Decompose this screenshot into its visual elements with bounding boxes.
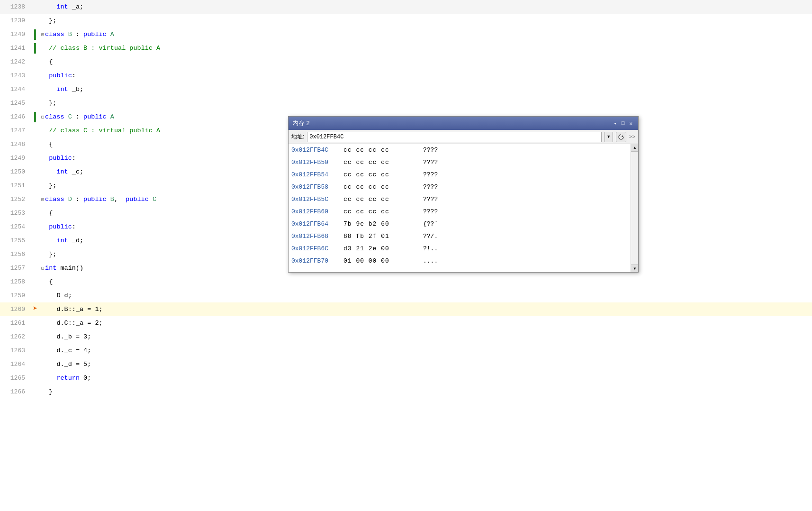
line-number: 1263 xyxy=(0,344,31,357)
mem-addr: 0x012FFB70 xyxy=(291,255,343,267)
memory-window: 内存 2 ▾ □ ✕ 地址: ▼ >> 0x012FFB4C cc cc cc … xyxy=(288,116,639,273)
code-content: d.B::_a = 1; xyxy=(39,302,812,316)
line-number: 1246 xyxy=(0,110,31,124)
code-content: { xyxy=(39,275,812,289)
mem-bytes: cc cc cc cc xyxy=(343,144,419,156)
code-line-1239: 1239 }; xyxy=(0,14,812,27)
addr-input[interactable] xyxy=(307,132,601,142)
code-line-1242: 1242 { xyxy=(0,55,812,69)
green-bar xyxy=(34,43,36,54)
scroll-up-arrow[interactable]: ▲ xyxy=(631,144,638,152)
code-line-1241: 1241 // class B : virtual public A xyxy=(0,41,812,55)
line-number: 1249 xyxy=(0,151,31,165)
code-line-1261: 1261 d.C::_a = 2; xyxy=(0,316,812,330)
code-content: return 0; xyxy=(39,371,812,385)
code-content: d._d = 5; xyxy=(39,357,812,371)
code-content: D d; xyxy=(39,289,812,302)
code-content: } xyxy=(39,385,812,399)
line-number: 1245 xyxy=(0,96,31,110)
line-number: 1256 xyxy=(0,247,31,261)
mem-addr: 0x012FFB64 xyxy=(291,218,343,230)
collapse-icon[interactable]: ⊟ xyxy=(41,197,44,202)
pin-button[interactable]: ▾ xyxy=(612,120,619,127)
mem-row: 0x012FFB50 cc cc cc cc ???? xyxy=(289,156,638,169)
code-content: }; xyxy=(39,96,812,110)
line-number: 1257 xyxy=(0,261,31,275)
scroll-down-arrow[interactable]: ▼ xyxy=(631,265,638,272)
expand-button[interactable]: >> xyxy=(629,134,635,140)
mem-bytes: cc cc cc cc xyxy=(343,169,419,181)
line-number: 1247 xyxy=(0,124,31,137)
code-content: }; xyxy=(39,14,812,27)
mem-row: 0x012FFB54 cc cc cc cc ???? xyxy=(289,169,638,181)
line-number: 1240 xyxy=(0,27,31,41)
code-line-1245: 1245 }; xyxy=(0,96,812,110)
mem-row: 0x012FFB4C cc cc cc cc ???? xyxy=(289,144,638,156)
scrollbar[interactable]: ▲ ▼ xyxy=(631,144,638,272)
line-number: 1252 xyxy=(0,192,31,206)
line-number: 1250 xyxy=(0,165,31,179)
addr-dropdown[interactable]: ▼ xyxy=(604,132,613,142)
refresh-button[interactable] xyxy=(616,132,626,142)
line-number: 1264 xyxy=(0,357,31,371)
close-button[interactable]: ✕ xyxy=(627,120,634,127)
code-line-1240: 1240 ⊟class B : public A xyxy=(0,27,812,41)
mem-bytes: 01 00 00 00 xyxy=(343,255,419,267)
code-line-1266: 1266 } xyxy=(0,385,812,399)
code-content: int _a; xyxy=(39,0,812,14)
line-number: 1262 xyxy=(0,330,31,344)
arrow-icon: ➤ xyxy=(33,302,37,316)
collapse-icon[interactable]: ⊟ xyxy=(41,115,44,120)
mem-chars: ???? xyxy=(419,181,438,193)
mem-addr: 0x012FFB54 xyxy=(291,169,343,181)
mem-chars: .... xyxy=(419,255,438,267)
code-line-1265: 1265 return 0; xyxy=(0,371,812,385)
mem-bytes: d3 21 2e 00 xyxy=(343,243,419,255)
line-number: 1255 xyxy=(0,234,31,247)
mem-row: 0x012FFB60 cc cc cc cc ???? xyxy=(289,206,638,218)
line-number: 1261 xyxy=(0,316,31,330)
line-number: 1241 xyxy=(0,41,31,55)
line-number: 1251 xyxy=(0,179,31,192)
code-content: d._b = 3; xyxy=(39,330,812,344)
line-marker: ➤ xyxy=(31,302,39,316)
mem-addr: 0x012FFB50 xyxy=(291,156,343,169)
collapse-icon[interactable]: ⊟ xyxy=(41,266,44,271)
line-number: 1258 xyxy=(0,275,31,289)
code-line-1259: 1259 D d; xyxy=(0,289,812,302)
green-bar xyxy=(34,29,36,40)
mem-chars: ??/. xyxy=(419,230,438,243)
line-number: 1239 xyxy=(0,14,31,27)
mem-chars: ???? xyxy=(419,156,438,169)
collapse-icon[interactable]: ⊟ xyxy=(41,32,44,37)
svg-marker-0 xyxy=(622,135,623,137)
mem-row: 0x012FFB68 88 fb 2f 01 ??/. xyxy=(289,230,638,243)
maximize-button[interactable]: □ xyxy=(620,120,627,127)
code-line-1243: 1243 public: xyxy=(0,69,812,82)
mem-row: 0x012FFB6C d3 21 2e 00 ?!.. xyxy=(289,243,638,255)
memory-titlebar: 内存 2 ▾ □ ✕ xyxy=(289,117,638,130)
mem-bytes: cc cc cc cc xyxy=(343,206,419,218)
mem-addr: 0x012FFB4C xyxy=(291,144,343,156)
mem-row: 0x012FFB70 01 00 00 00 .... xyxy=(289,255,638,267)
mem-row: 0x012FFB5C cc cc cc cc ???? xyxy=(289,193,638,206)
mem-row: 0x012FFB64 7b 9e b2 60 {??` xyxy=(289,218,638,230)
mem-chars: ???? xyxy=(419,144,438,156)
line-number: 1238 xyxy=(0,0,31,14)
mem-addr: 0x012FFB58 xyxy=(291,181,343,193)
memory-content: 0x012FFB4C cc cc cc cc ???? 0x012FFB50 c… xyxy=(289,144,638,272)
line-number: 1266 xyxy=(0,385,31,399)
line-marker xyxy=(31,43,39,54)
mem-bytes: cc cc cc cc xyxy=(343,181,419,193)
code-content: int _b; xyxy=(39,82,812,96)
memory-toolbar: 地址: ▼ >> xyxy=(289,130,638,144)
mem-addr: 0x012FFB6C xyxy=(291,243,343,255)
line-number: 1254 xyxy=(0,220,31,234)
code-line-1260: 1260 ➤ d.B::_a = 1; xyxy=(0,302,812,316)
code-content: { xyxy=(39,55,812,69)
line-number: 1253 xyxy=(0,206,31,220)
line-number: 1265 xyxy=(0,371,31,385)
mem-bytes: cc cc cc cc xyxy=(343,193,419,206)
code-content: ⊟class B : public A xyxy=(39,27,812,42)
line-number: 1242 xyxy=(0,55,31,69)
